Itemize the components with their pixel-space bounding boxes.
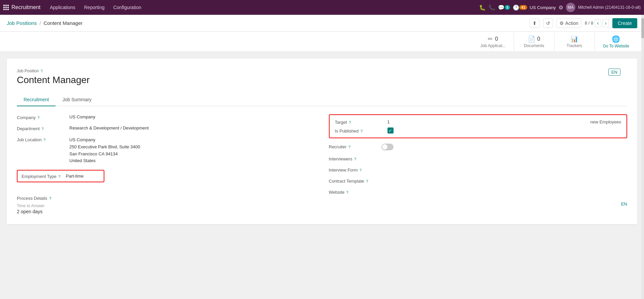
debug-icon[interactable]: 🐛 [479, 4, 486, 11]
employment-type-value[interactable]: Part-time [66, 174, 100, 179]
record-navigation: 8 / 8 ‹ › [585, 19, 609, 27]
nav-configuration[interactable]: Configuration [109, 3, 145, 12]
globe-icon: 🌐 [612, 35, 620, 43]
breadcrumb-current: Content Manager [43, 20, 82, 26]
company-value[interactable]: US Company [69, 114, 315, 119]
company-name[interactable]: US Company [530, 5, 556, 10]
navbar: Recruitment Applications Reporting Confi… [0, 0, 644, 15]
action-label: Action [565, 21, 578, 26]
breadcrumb-bar: Job Positions / Content Manager ⬆ ↺ ⚙ Ac… [0, 15, 644, 32]
target-label: Target ? [335, 119, 382, 125]
breadcrumb-parent[interactable]: Job Positions [7, 20, 37, 26]
documents-count: 0 [537, 36, 540, 42]
activities-badge-btn[interactable]: 🕐 41 [513, 4, 527, 11]
avatar[interactable]: MA [566, 3, 575, 12]
employment-type-label: Employment Type ? [22, 173, 61, 179]
main-content: Job Position ? Content Manager EN Recrui… [0, 52, 644, 299]
recruiter-label: Recruiter ? [329, 144, 376, 149]
form-card: Job Position ? Content Manager EN Recrui… [7, 59, 637, 224]
language-badge[interactable]: EN [608, 69, 620, 76]
documents-label: Documents [524, 43, 544, 48]
nav-reporting[interactable]: Reporting [80, 3, 109, 12]
breadcrumb-actions: ⬆ ↺ ⚙ Action 8 / 8 ‹ › Create [530, 18, 637, 28]
interviewers-field-row: Interviewers ? [329, 156, 628, 161]
job-location-value[interactable]: US Company 250 Executive Park Blvd, Suit… [69, 137, 140, 164]
tab-job-summary[interactable]: Job Summary [56, 94, 98, 106]
contract-template-help-icon[interactable]: ? [366, 179, 368, 183]
is-published-checkbox[interactable]: ✓ [387, 127, 394, 134]
process-details-section: Process Details ? Time to Answer 2 open … [17, 196, 315, 214]
target-published-highlight-box: Target ? 1 new Employees Is Published ? … [329, 114, 628, 138]
target-help-icon[interactable]: ? [349, 120, 351, 124]
target-value[interactable]: 1 [387, 119, 585, 124]
refresh-button[interactable]: ↺ [543, 18, 553, 28]
department-field-row: Department ? Research & Development / De… [17, 125, 315, 131]
time-to-answer-value: 2 open days [17, 209, 315, 214]
job-location-line3: San Francisco CA 94134 [69, 151, 140, 158]
interview-form-label: Interview Form ? [329, 167, 376, 173]
messages-badge: 5 [505, 5, 510, 10]
company-field-row: Company ? US Company [17, 114, 315, 120]
prev-record-button[interactable]: ‹ [595, 19, 601, 27]
recruiter-help-icon[interactable]: ? [348, 145, 350, 149]
tab-bar: Recruitment Job Summary [17, 94, 627, 106]
department-value[interactable]: Research & Development / Development [69, 125, 315, 130]
navbar-right: 🐛 📞 💬 5 🕐 41 US Company ⚙ MA Mitchell Ad… [479, 3, 641, 12]
upload-button[interactable]: ⬆ [530, 18, 540, 28]
form-left: Company ? US Company Department ? Resear… [17, 114, 315, 214]
create-button[interactable]: Create [612, 18, 637, 28]
recruiter-toggle[interactable] [381, 144, 394, 150]
pencil-icon: ✏ [488, 35, 493, 43]
company-help-icon[interactable]: ? [37, 116, 39, 120]
phone-icon[interactable]: 📞 [488, 4, 495, 11]
employment-type-highlight-box: Employment Type ? Part-time [17, 170, 104, 182]
next-record-button[interactable]: › [603, 19, 609, 27]
nav-applications[interactable]: Applications [46, 3, 79, 12]
activities-badge: 41 [519, 5, 527, 10]
website-field-row: Website ? [329, 189, 628, 195]
interview-form-field-row: Interview Form ? [329, 167, 628, 173]
document-icon: 📄 [528, 35, 535, 43]
trackers-label: Trackers [567, 43, 582, 48]
form-title: Content Manager [17, 75, 627, 85]
employment-type-help-icon[interactable]: ? [58, 175, 60, 179]
trackers-button[interactable]: 📊 Trackers [554, 33, 595, 51]
go-to-website-label: Go To Website [603, 44, 629, 48]
process-details-help-icon[interactable]: ? [49, 196, 51, 200]
process-details-label: Process Details ? [17, 196, 315, 201]
is-published-label: Is Published ? [335, 128, 382, 134]
breadcrumb-separator: / [39, 20, 41, 26]
time-to-answer-label: Time to Answer [17, 203, 315, 208]
go-to-website-button[interactable]: 🌐 Go To Website [595, 32, 637, 51]
messages-badge-btn[interactable]: 💬 5 [498, 4, 510, 11]
department-help-icon[interactable]: ? [42, 127, 44, 131]
department-label: Department ? [17, 125, 64, 131]
job-location-help-icon[interactable]: ? [43, 138, 45, 142]
recruiter-field-row: Recruiter ? [329, 144, 628, 150]
app-brand[interactable]: Recruitment [3, 4, 44, 10]
action-button[interactable]: ⚙ Action [556, 18, 581, 28]
job-location-line1: US Company [69, 137, 140, 144]
grid-icon [3, 5, 9, 10]
language-bottom[interactable]: EN [329, 201, 628, 207]
contract-template-field-row: Contract Template ? [329, 178, 628, 184]
interview-form-help-icon[interactable]: ? [360, 168, 362, 172]
tab-recruitment[interactable]: Recruitment [17, 94, 56, 106]
job-applications-count: 0 [495, 36, 498, 42]
navbar-menu: Applications Reporting Configuration [46, 3, 477, 12]
job-position-help-icon[interactable]: ? [41, 69, 43, 73]
website-help-icon[interactable]: ? [346, 190, 348, 194]
user-info: Mitchell Admin (21404131-16-0-all) [578, 5, 641, 10]
scrollbar[interactable] [641, 15, 644, 299]
scrollbar-thumb[interactable] [641, 18, 644, 38]
interviewers-help-icon[interactable]: ? [354, 157, 356, 161]
job-location-label: Job Location ? [17, 137, 64, 142]
job-position-field-label: Job Position ? [17, 69, 627, 73]
is-published-help-icon[interactable]: ? [361, 129, 363, 133]
job-applications-button[interactable]: ✏ 0 Job Applicat... [472, 33, 514, 51]
contract-template-label: Contract Template ? [329, 178, 376, 184]
settings-icon[interactable]: ⚙ [558, 4, 563, 11]
new-employees-label: new Employees [590, 119, 621, 124]
documents-button[interactable]: 📄 0 Documents [514, 33, 554, 51]
form-header: Job Position ? Content Manager EN [17, 69, 627, 85]
